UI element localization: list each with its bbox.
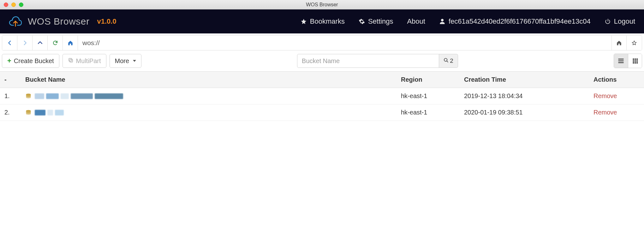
col-header-name[interactable]: Bucket Name [22,72,398,88]
address-input[interactable]: wos:// [78,36,611,50]
table-row[interactable]: 1. hk-east-1 2019-12-13 18:04:34 [0,88,644,104]
nav-settings-label: Settings [368,17,393,26]
nav-bookmarks[interactable]: Bookmarks [301,17,345,26]
col-header-index[interactable]: - [0,72,22,88]
nav-user[interactable]: fec61a542d40ed2f6f6176670ffa1bf94ee13c04 [439,17,591,26]
gear-icon [359,18,365,25]
cloud-upload-icon [9,16,22,27]
window-minimize-button[interactable] [11,3,16,7]
copy-icon [68,57,74,65]
svg-rect-3 [633,59,634,60]
view-grid-button[interactable] [628,54,642,68]
svg-rect-11 [636,62,638,63]
power-icon [605,18,611,25]
cell-index: 2. [0,104,22,121]
cell-index: 1. [0,88,22,104]
multipart-button[interactable]: MultiPart [63,54,106,68]
bucket-icon [25,109,32,116]
svg-rect-1 [69,58,72,61]
svg-rect-5 [636,59,638,60]
svg-rect-4 [635,59,636,60]
more-label: More [115,57,129,65]
nav-logout[interactable]: Logout [605,17,635,26]
col-header-region[interactable]: Region [398,72,461,88]
nav-forward-button[interactable] [17,36,33,50]
col-header-actions[interactable]: Actions [590,72,644,88]
address-bar: wos:// [2,35,642,50]
nav-logout-label: Logout [614,17,635,26]
nav-home2-button[interactable] [611,36,627,50]
multipart-label: MultiPart [76,57,101,65]
create-bucket-button[interactable]: + Create Bucket [2,54,59,68]
svg-rect-6 [633,60,634,62]
nav-bookmarks-label: Bookmarks [310,17,345,26]
star-icon [301,18,307,25]
nav-bookmark-button[interactable] [627,36,642,50]
toolbar: + Create Bucket MultiPart More 2 [0,50,644,71]
mac-titlebar: WOS Browser [0,0,644,9]
app-version: v1.0.0 [97,17,116,26]
nav-about-label: About [407,17,425,26]
cell-time: 2019-12-13 18:04:34 [461,88,590,104]
svg-rect-9 [633,62,634,63]
search-count: 2 [450,57,453,64]
table-row[interactable]: 2. hk-east-1 2020-01-19 09:38:51 Remove [0,104,644,121]
user-icon [439,18,445,25]
bucket-icon [25,93,32,99]
remove-link[interactable]: Remove [593,109,617,116]
nav-up-button[interactable] [33,36,48,50]
search-group: 2 [297,54,458,68]
bucket-name-redacted [35,93,123,99]
view-list-button[interactable] [614,54,628,68]
plus-icon: + [7,57,11,64]
window-maximize-button[interactable] [19,3,23,7]
bucket-name-redacted [35,110,64,115]
nav-about[interactable]: About [407,17,425,26]
nav-home-button[interactable] [63,36,78,50]
create-bucket-label: Create Bucket [14,57,54,65]
cell-time: 2020-01-19 09:38:51 [461,104,590,121]
cell-region: hk-east-1 [398,104,461,121]
col-header-time[interactable]: Creation Time [461,72,590,88]
window-close-button[interactable] [4,3,8,7]
more-dropdown[interactable]: More [110,54,142,68]
svg-rect-10 [635,62,636,63]
nav-settings[interactable]: Settings [359,17,393,26]
nav-user-id: fec61a542d40ed2f6f6176670ffa1bf94ee13c04 [449,17,591,26]
svg-rect-7 [635,60,636,62]
app-title: WOS Browser [28,16,90,27]
chevron-down-icon [133,60,136,62]
window-title: WOS Browser [0,2,644,8]
nav-refresh-button[interactable] [48,36,63,50]
search-button[interactable]: 2 [439,54,458,68]
view-toggle [614,54,642,68]
bucket-table: - Bucket Name Region Creation Time Actio… [0,71,644,121]
svg-rect-0 [70,59,73,62]
svg-rect-8 [636,60,638,62]
brand: WOS Browser v1.0.0 [9,16,116,27]
remove-link[interactable]: Remove [593,92,617,99]
search-input[interactable] [297,54,439,68]
cell-region: hk-east-1 [398,88,461,104]
nav-back-button[interactable] [2,36,17,50]
search-icon [444,57,449,64]
app-navbar: WOS Browser v1.0.0 Bookmarks Settings Ab… [0,9,644,33]
